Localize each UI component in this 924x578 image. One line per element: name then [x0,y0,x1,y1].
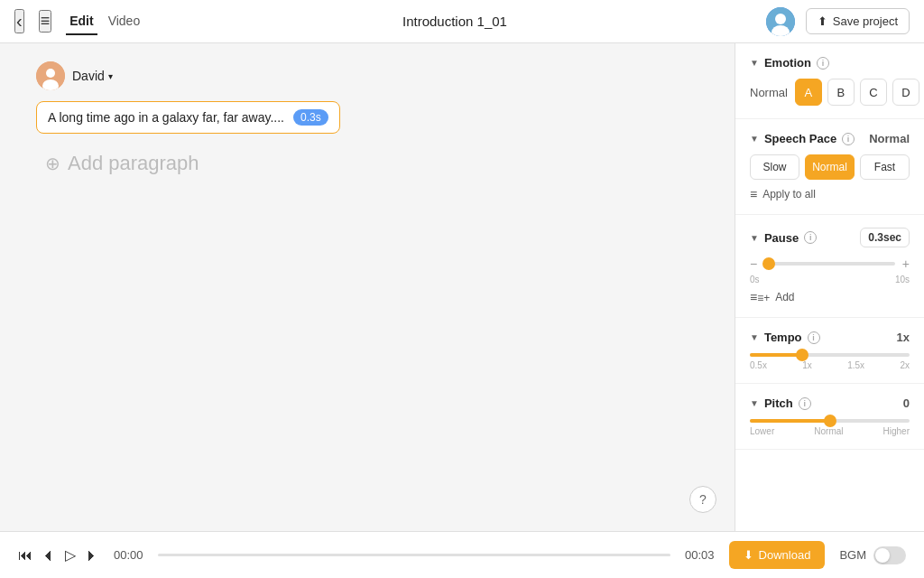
pitch-labels: Lower Normal Higher [750,426,910,436]
tempo-label-15x: 1.5x [847,360,864,370]
emotion-normal-label: Normal [750,86,788,99]
pace-slow-button[interactable]: Slow [750,154,799,180]
add-paragraph-label: Add paragraph [68,152,199,175]
pitch-slider-row [750,419,910,423]
pitch-header[interactable]: ▼ Pitch i 0 [750,396,910,410]
bgm-label: BGM [839,548,866,562]
pause-info-icon[interactable]: i [804,231,817,244]
pitch-info-icon[interactable]: i [799,397,811,410]
pitch-section: ▼ Pitch i 0 Lower Normal Higher [735,384,924,450]
svg-point-4 [46,69,55,78]
pause-label: Pause [764,231,799,245]
header-tabs: Edit Video [66,8,143,35]
step-back-icon: ⏴ [42,547,56,564]
speech-pace-header[interactable]: ▼ Speech Pace i Normal [750,132,910,145]
bgm-toggle-knob [875,548,890,563]
tempo-slider[interactable] [750,353,910,357]
progress-bar[interactable] [158,554,670,556]
tempo-label-1x: 1x [802,360,812,370]
speech-pace-section: ▼ Speech Pace i Normal Slow Normal Fast … [735,119,924,215]
pace-fast-button[interactable]: Fast [860,154,910,180]
pause-add-button[interactable]: ≡+ Add [750,290,910,304]
pause-slider-labels: 0s 10s [750,275,910,284]
speaker-avatar [36,61,65,90]
tab-video[interactable]: Video [105,8,144,35]
speech-pace-value: Normal [869,132,910,145]
play-button[interactable]: ▷ [65,546,76,564]
speaker-dropdown-icon: ▾ [108,71,113,81]
tempo-labels: 0.5x 1x 1.5x 2x [750,360,910,370]
skip-to-start-button[interactable]: ⏮ [18,547,32,564]
time-badge: 0.3s [293,109,328,126]
back-button[interactable] [14,9,24,33]
add-paragraph-button[interactable]: Add paragraph [36,152,698,175]
emotion-btn-d[interactable]: D [892,79,919,106]
header: Edit Video Introduction 1_01 ⬆ Save proj… [0,0,924,43]
pause-slider-thumb[interactable] [762,257,775,270]
tab-edit[interactable]: Edit [66,8,97,35]
tempo-slider-row [750,353,910,357]
tempo-info-icon[interactable]: i [808,331,820,344]
emotion-info-icon[interactable]: i [817,57,829,70]
speaker-avatar-image [36,61,65,90]
emotion-btn-c[interactable]: C [860,79,887,106]
pitch-arrow-icon: ▼ [750,398,759,408]
avatar [766,7,795,36]
speech-pace-label: Speech Pace [764,132,836,145]
emotion-section-header[interactable]: ▼ Emotion i [750,56,910,70]
main: David ▾ A long time ago in a galaxy far,… [0,43,924,531]
speech-pace-info-icon[interactable]: i [842,133,855,145]
text-block[interactable]: A long time ago in a galaxy far, far awa… [36,101,340,134]
apply-all-label: Apply to all [762,188,816,200]
pause-add-label: Add [775,291,794,303]
speaker-name[interactable]: David ▾ [72,69,113,83]
tempo-label-2x: 2x [900,360,910,370]
save-project-label: Save project [833,14,898,28]
bgm-row: BGM [839,546,906,564]
tempo-slider-thumb[interactable] [796,349,808,361]
speech-pace-arrow-icon: ▼ [750,134,759,144]
tempo-value: 1x [897,331,910,344]
pitch-label-lower: Lower [750,426,774,436]
pause-header[interactable]: ▼ Pause i 0.3sec [750,228,910,247]
save-project-button[interactable]: ⬆ Save project [806,8,910,34]
skip-to-start-icon: ⏮ [18,547,32,564]
pause-minus-icon[interactable]: − [750,256,757,271]
emotion-btn-a[interactable]: A [795,79,822,106]
menu-icon [41,14,51,29]
bgm-toggle[interactable] [873,546,906,564]
speaker-row: David ▾ [36,61,698,90]
speaker-name-label: David [72,69,105,83]
avatar-image [766,7,795,36]
play-icon: ▷ [65,546,76,564]
add-circle-icon [45,152,60,175]
emotion-row: Normal A B C D [750,79,910,106]
step-forward-button[interactable]: ⏵ [85,547,99,564]
pause-slider[interactable] [764,262,895,266]
apply-all-button[interactable]: Apply to all [750,187,910,201]
pitch-value: 0 [903,396,910,410]
header-left: Edit Video [14,8,143,35]
pitch-slider[interactable] [750,419,910,423]
player: ⏮ ⏴ ▷ ⏵ 00:00 00:03 ⬇ Download BGM [0,531,924,578]
download-button[interactable]: ⬇ Download [729,541,826,569]
pitch-label-higher: Higher [883,426,910,436]
pause-min-label: 0s [750,275,760,284]
emotion-arrow-icon: ▼ [750,58,759,68]
pause-add-icon: ≡+ [750,290,770,304]
tempo-label-05x: 0.5x [750,360,767,370]
emotion-btn-b[interactable]: B [827,79,855,106]
tempo-slider-fill [750,353,802,357]
menu-button[interactable] [39,10,52,33]
tempo-header[interactable]: ▼ Tempo i 1x [750,331,910,344]
pause-max-label: 10s [895,275,910,284]
tempo-arrow-icon: ▼ [750,332,759,342]
pause-plus-icon[interactable]: + [902,256,910,271]
page-title: Introduction 1_01 [143,14,766,29]
step-back-button[interactable]: ⏴ [42,547,56,564]
tempo-label: Tempo [764,331,802,344]
pitch-slider-thumb[interactable] [824,415,836,427]
pace-normal-button[interactable]: Normal [805,154,855,180]
pause-value: 0.3sec [860,228,910,247]
help-button[interactable]: ? [689,486,716,513]
